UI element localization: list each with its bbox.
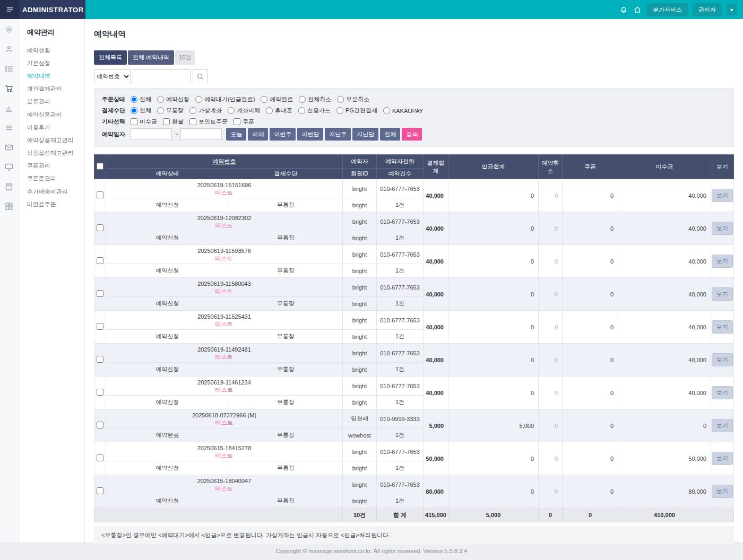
- order-status-radio[interactable]: [261, 96, 267, 103]
- etc-filter-option[interactable]: 포인트주문: [189, 118, 228, 126]
- shop-cart-icon[interactable]: [5, 84, 13, 93]
- payment-method-option[interactable]: 휴대폰: [266, 107, 292, 115]
- board-list-icon[interactable]: [5, 65, 13, 73]
- date-range-button[interactable]: 전체: [380, 128, 400, 141]
- settings-gear-icon[interactable]: [5, 25, 13, 34]
- search-button[interactable]: [193, 69, 208, 83]
- payment-method-option[interactable]: 신용카드: [298, 107, 331, 115]
- sidebar-toggle-icon[interactable]: [0, 0, 19, 19]
- order-status-radio[interactable]: [131, 96, 137, 103]
- etc-filter-option[interactable]: 환불: [163, 118, 184, 126]
- header-reservation-no[interactable]: 예약번호: [106, 155, 343, 169]
- monitor-icon[interactable]: [5, 163, 13, 171]
- test-link[interactable]: 테스트: [215, 485, 233, 492]
- payment-method-radio[interactable]: [336, 107, 343, 114]
- view-button[interactable]: 보기: [712, 386, 733, 399]
- menu-lines-icon[interactable]: [5, 124, 13, 132]
- order-status-radio[interactable]: [299, 96, 306, 103]
- row-checkbox[interactable]: [97, 323, 103, 330]
- payment-method-radio[interactable]: [157, 107, 164, 114]
- date-range-button[interactable]: 이번주: [270, 128, 296, 141]
- date-range-button[interactable]: 이번달: [297, 128, 323, 141]
- sidebar-item-link[interactable]: 예약현황: [27, 44, 84, 57]
- payment-method-radio[interactable]: [131, 107, 137, 114]
- order-status-option[interactable]: 부분취소: [337, 95, 369, 103]
- sidebar-item-link[interactable]: 개인결제관리: [27, 83, 84, 95]
- row-checkbox[interactable]: [97, 290, 103, 297]
- admin-button[interactable]: 관리자: [693, 3, 722, 16]
- row-checkbox[interactable]: [97, 454, 103, 461]
- test-link[interactable]: 테스트: [215, 287, 233, 295]
- row-checkbox[interactable]: [97, 257, 103, 264]
- search-input[interactable]: [133, 69, 191, 83]
- payment-method-radio[interactable]: [266, 107, 273, 114]
- mail-icon[interactable]: [5, 143, 13, 152]
- payment-method-option[interactable]: 가상계좌: [189, 107, 222, 115]
- payment-method-option[interactable]: PG간편결제: [336, 107, 377, 115]
- tab-all-reservations[interactable]: 전체 예약내역: [128, 50, 174, 65]
- test-link[interactable]: 테스트: [215, 255, 233, 262]
- sidebar-item-link[interactable]: 상품옵션재고관리: [27, 147, 84, 160]
- test-link[interactable]: 테스트: [215, 452, 233, 459]
- order-status-radio[interactable]: [195, 96, 202, 103]
- calendar-icon[interactable]: [5, 182, 13, 191]
- date-range-button[interactable]: 지난달: [352, 128, 378, 141]
- row-checkbox[interactable]: [97, 389, 103, 396]
- sidebar-item-link[interactable]: 미완료주문: [27, 198, 84, 211]
- row-checkbox[interactable]: [97, 422, 103, 428]
- etc-filter-checkbox[interactable]: [189, 118, 196, 125]
- sidebar-item-link[interactable]: 분류관리: [27, 95, 84, 108]
- select-all-checkbox[interactable]: [97, 163, 103, 170]
- row-checkbox[interactable]: [97, 224, 103, 231]
- etc-filter-option[interactable]: 미수금: [131, 118, 157, 126]
- payment-method-radio[interactable]: [228, 107, 235, 114]
- sidebar-item-link[interactable]: 이용후기: [27, 121, 84, 134]
- order-status-option[interactable]: 예약신청: [157, 95, 189, 103]
- payment-method-option[interactable]: 계좌이체: [228, 107, 260, 115]
- sidebar-item-link[interactable]: 예약상품관리: [27, 108, 84, 121]
- view-button[interactable]: 보기: [712, 255, 733, 268]
- view-button[interactable]: 보기: [712, 353, 733, 366]
- view-button[interactable]: 보기: [712, 452, 733, 465]
- etc-filter-option[interactable]: 쿠폰: [234, 118, 254, 126]
- date-from-input[interactable]: [131, 128, 172, 140]
- order-status-option[interactable]: 예약완료: [261, 95, 293, 103]
- etc-filter-checkbox[interactable]: [234, 118, 240, 125]
- view-button[interactable]: 보기: [712, 287, 733, 301]
- etc-filter-checkbox[interactable]: [131, 118, 137, 125]
- test-link[interactable]: 테스트: [215, 320, 233, 328]
- row-checkbox[interactable]: [97, 356, 103, 363]
- date-range-button[interactable]: 지난주: [325, 128, 351, 141]
- statistics-chart-icon[interactable]: [5, 104, 13, 112]
- apps-grid-icon[interactable]: [5, 202, 13, 211]
- date-range-button[interactable]: 오늘: [226, 128, 246, 141]
- test-link[interactable]: 테스트: [215, 386, 233, 393]
- date-range-button[interactable]: 어제: [248, 128, 268, 141]
- payment-method-radio[interactable]: [298, 107, 305, 114]
- view-button[interactable]: 보기: [712, 320, 733, 334]
- order-status-option[interactable]: 전체취소: [299, 95, 331, 103]
- tab-all-list[interactable]: 전체목록: [94, 50, 127, 65]
- order-status-option[interactable]: 예약대기(입금완료): [195, 95, 255, 103]
- filter-search-button[interactable]: 검색: [402, 128, 422, 141]
- order-status-option[interactable]: 전체: [131, 95, 151, 103]
- test-link[interactable]: 테스트: [215, 189, 233, 196]
- sidebar-item-link[interactable]: 기본설정: [27, 57, 84, 69]
- etc-filter-checkbox[interactable]: [163, 118, 170, 125]
- sidebar-item-link[interactable]: 쿠폰관리: [27, 160, 84, 172]
- view-button[interactable]: 보기: [712, 222, 733, 235]
- row-checkbox[interactable]: [97, 191, 103, 198]
- home-icon[interactable]: [633, 5, 642, 14]
- test-link[interactable]: 테스트: [215, 222, 233, 229]
- payment-method-radio[interactable]: [189, 107, 196, 114]
- payment-method-option[interactable]: 무통장: [157, 107, 184, 115]
- order-status-radio[interactable]: [157, 96, 164, 103]
- member-icon[interactable]: [5, 45, 13, 54]
- sidebar-item-link[interactable]: 추가배송비관리: [27, 185, 84, 198]
- sidebar-item-active[interactable]: 예약내역: [27, 69, 84, 82]
- view-button[interactable]: 보기: [712, 485, 733, 498]
- view-button[interactable]: 보기: [712, 419, 733, 432]
- view-button[interactable]: 보기: [712, 189, 733, 202]
- payment-method-option[interactable]: KAKAOPAY: [383, 107, 423, 114]
- order-status-radio[interactable]: [337, 96, 344, 103]
